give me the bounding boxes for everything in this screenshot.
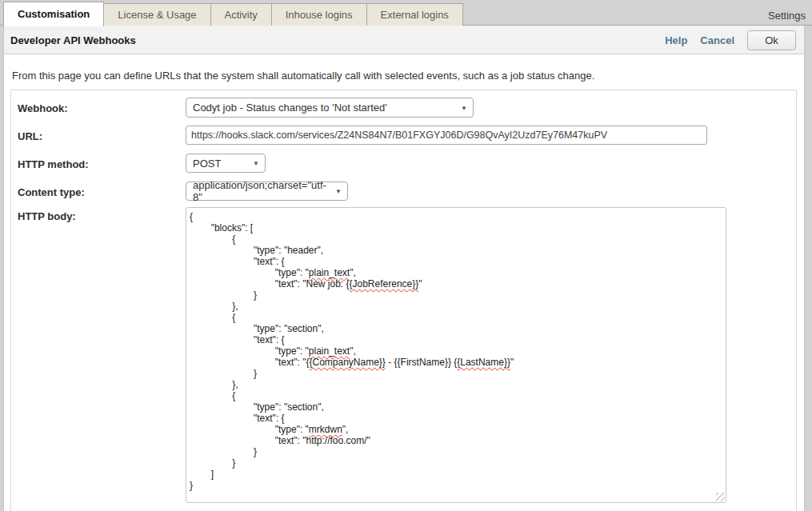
http-method-select[interactable]: POST ▼: [186, 154, 266, 173]
header-bar: Developer API Webhooks Help Cancel Ok: [4, 26, 804, 54]
page-title: Developer API Webhooks: [10, 34, 136, 46]
chevron-down-icon: ▼: [461, 104, 467, 111]
tab-inhouse-logins[interactable]: Inhouse logins: [271, 3, 367, 26]
webhook-label: Webhook:: [18, 102, 68, 114]
webhook-select-value: Codyt job - Status changes to 'Not start…: [193, 102, 387, 114]
content-type-select[interactable]: application/json;charset="utf-8" ▼: [186, 182, 348, 201]
cancel-link[interactable]: Cancel: [700, 34, 734, 46]
tab-strip: Customisation License & Usage Activity I…: [0, 0, 812, 26]
webhook-select[interactable]: Codyt job - Status changes to 'Not start…: [186, 98, 474, 118]
ok-button[interactable]: Ok: [747, 30, 796, 50]
http-body-textarea[interactable]: { "blocks": [ { "type": "header", "text"…: [186, 207, 726, 503]
tab-license-usage[interactable]: License & Usage: [103, 3, 210, 26]
resize-grip-icon[interactable]: [716, 493, 725, 501]
webhook-form-panel: Webhook: Codyt job - Status changes to '…: [10, 90, 797, 511]
chevron-down-icon: ▼: [253, 160, 259, 167]
http-body-label: HTTP body:: [18, 210, 76, 222]
content-type-label: Content type:: [18, 186, 85, 198]
http-method-select-value: POST: [193, 158, 221, 170]
tab-list: Customisation License & Usage Activity I…: [3, 2, 463, 26]
tab-customisation[interactable]: Customisation: [3, 2, 104, 26]
url-label: URL:: [18, 130, 42, 142]
header-actions: Help Cancel Ok: [665, 26, 796, 54]
main-panel: Developer API Webhooks Help Cancel Ok Fr…: [3, 26, 805, 511]
help-link[interactable]: Help: [665, 34, 687, 46]
tab-activity[interactable]: Activity: [210, 3, 272, 26]
settings-link[interactable]: Settings: [768, 10, 806, 22]
http-method-label: HTTP method:: [18, 158, 89, 170]
url-input[interactable]: [186, 126, 707, 145]
tab-external-logins[interactable]: External logins: [366, 3, 463, 26]
page-description: From this page you can define URLs that …: [12, 70, 794, 82]
chevron-down-icon: ▼: [335, 188, 342, 195]
content-type-select-value: application/json;charset="utf-8": [193, 179, 330, 203]
http-body-code: { "blocks": [ { "type": "header", "text"…: [186, 208, 726, 491]
